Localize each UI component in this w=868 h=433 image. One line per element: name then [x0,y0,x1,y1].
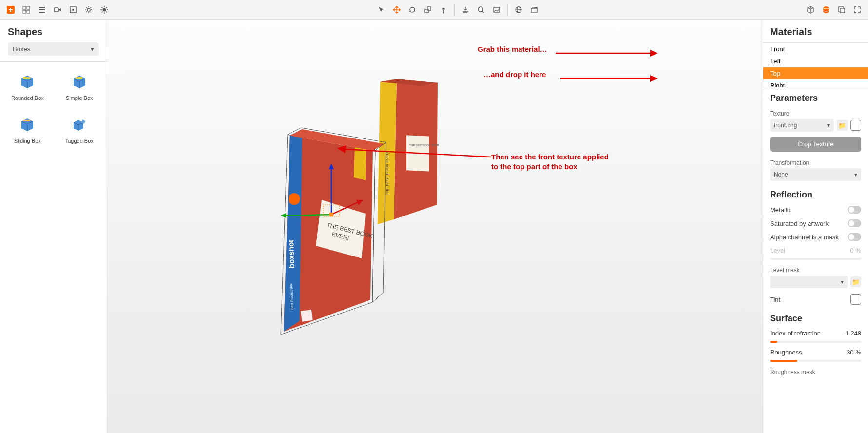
svg-rect-11 [427,7,431,10]
clapperboard-icon[interactable] [527,3,541,17]
level-mask-select[interactable]: ▾ [770,276,848,288]
svg-point-40 [289,193,300,205]
toolbar [0,0,868,20]
shapes-panel: Shapes Boxes ▾ Rounded Box Simple Box Sl… [0,20,107,433]
tint-label: Tint [770,296,780,303]
svg-rect-10 [425,9,428,13]
chevron-down-icon: ▾ [827,122,830,129]
shape-sliding-box[interactable]: Sliding Box [4,110,51,148]
pivot-icon[interactable] [437,3,450,17]
metallic-toggle[interactable] [848,206,861,214]
shape-tagged-box[interactable]: Tagged Box [56,110,103,148]
svg-text:THE BEST BOOK EVER: THE BEST BOOK EVER [409,144,439,147]
roughness-value: 30 % [847,349,861,356]
svg-rect-21 [840,8,845,13]
level-value: 0 % [850,247,861,254]
separator [507,4,508,15]
ior-value: 1.248 [845,330,861,337]
ground-icon[interactable] [459,3,472,17]
metallic-label: Metallic [770,206,791,214]
transformation-label: Transformation [763,156,868,168]
folder-icon[interactable]: 📁 [850,276,861,287]
shape-simple-box[interactable]: Simple Box [56,67,103,105]
scene-3d: THE BEST BOOK EVER! THE BEST BOOK EVER T… [107,20,763,433]
level-label: Level [770,247,785,254]
material-item-top[interactable]: Top [763,67,868,79]
svg-rect-4 [27,10,30,13]
svg-rect-23 [76,77,82,79]
cube-icon[interactable] [804,3,817,17]
shape-label: Tagged Box [65,138,94,144]
zoom-icon[interactable] [474,3,488,17]
material-item-right[interactable]: Right [763,79,868,87]
svg-rect-3 [23,10,26,13]
chevron-down-icon: ▾ [854,171,857,178]
svg-rect-17 [531,8,537,12]
list-icon[interactable] [35,3,49,17]
shape-rounded-box[interactable]: Rounded Box [4,67,51,105]
materials-title: Materials [763,20,868,42]
properties-panel: Materials Front Left Top Right Parameter… [763,20,868,433]
svg-point-18 [823,6,829,13]
cursor-icon[interactable] [374,3,388,17]
shapes-title: Shapes [0,20,107,42]
video-camera-icon[interactable] [51,3,64,17]
svg-point-9 [103,8,106,11]
parameters-title: Parameters [763,87,868,106]
texture-color-swatch[interactable] [850,120,861,131]
view-icon[interactable] [490,3,503,17]
svg-rect-1 [23,6,26,9]
gear-icon[interactable] [82,3,96,17]
shape-label: Simple Box [66,95,93,101]
book-2: THE BEST BOOK EVER! THE BEST BOOK EVER [378,79,439,224]
saturated-toggle[interactable] [848,219,861,227]
separator [454,4,455,15]
target-icon[interactable] [66,3,80,17]
surface-title: Surface [763,308,868,327]
scale-icon[interactable] [421,3,435,17]
transformation-select[interactable]: None▾ [770,168,861,181]
texture-label: Texture [763,106,868,119]
svg-rect-29 [406,135,429,171]
svg-marker-48 [280,213,286,218]
svg-rect-43 [301,310,313,322]
saturated-label: Saturated by artwork [770,220,829,227]
roughness-label: Roughness [770,349,802,356]
shape-label: Rounded Box [11,95,44,101]
brightness-icon[interactable] [97,3,111,17]
shape-label: Sliding Box [14,138,41,144]
crop-texture-button[interactable]: Crop Texture [770,137,861,152]
tint-color-swatch[interactable] [850,294,861,305]
svg-marker-35 [354,145,366,180]
roughness-slider[interactable] [770,360,861,362]
viewport-3d[interactable]: THE BEST BOOK EVER! THE BEST BOOK EVER T… [107,20,763,433]
globe-icon[interactable] [512,3,525,17]
texture-select[interactable]: front.png▾ [770,119,834,132]
svg-point-8 [87,8,90,11]
rotate-icon[interactable] [405,3,419,17]
fullscreen-icon[interactable] [850,3,864,17]
layers-icon[interactable] [835,3,849,17]
shapes-category-select[interactable]: Boxes ▾ [8,42,99,56]
svg-point-13 [478,7,483,12]
alpha-mask-toggle[interactable] [848,233,861,241]
chevron-down-icon: ▾ [841,278,844,285]
materials-list: Front Left Top Right [763,42,868,87]
material-item-front[interactable]: Front [763,43,868,55]
chevron-down-icon: ▾ [91,45,94,53]
svg-rect-22 [23,77,30,79]
svg-rect-5 [54,8,58,12]
svg-rect-2 [27,6,30,9]
ior-slider[interactable] [770,341,861,343]
grid-icon[interactable] [19,3,33,17]
svg-rect-51 [329,213,333,216]
book-1-selected: THE BEST BOOK EVER! boxshot Best Product… [280,128,386,335]
sphere-icon[interactable] [819,3,833,17]
ior-label: Index of refraction [770,330,821,337]
svg-text:boxshot: boxshot [287,240,296,269]
folder-icon[interactable]: 📁 [837,120,848,131]
material-item-left[interactable]: Left [763,55,868,67]
move-icon[interactable] [390,3,404,17]
plus-square-icon[interactable] [4,3,18,17]
level-slider[interactable] [770,258,861,260]
